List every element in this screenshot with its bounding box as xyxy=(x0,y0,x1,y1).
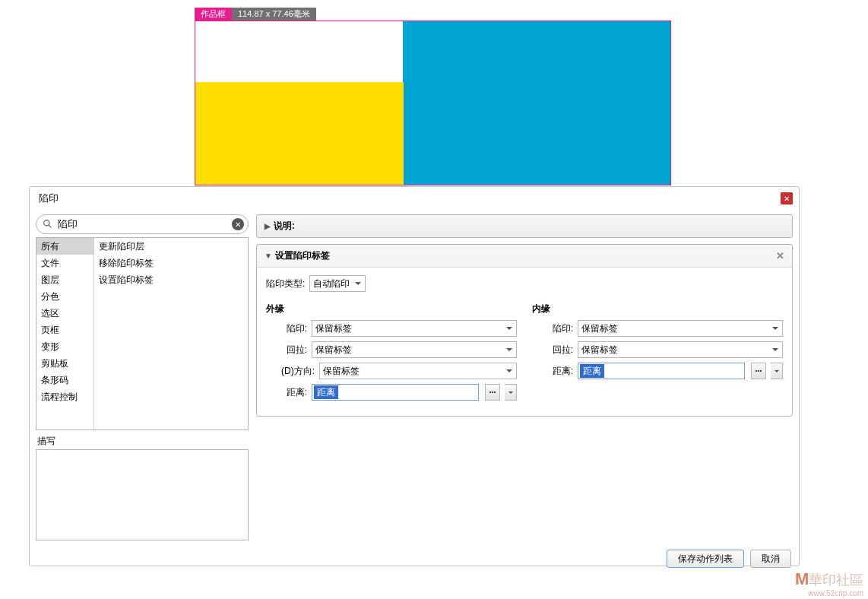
outer-distance-input[interactable]: 距离 xyxy=(312,384,479,401)
artwork-preview: 作品框 114.87 x 77.46毫米 xyxy=(195,8,671,185)
outer-distance-options-button[interactable] xyxy=(485,384,500,401)
section-description-title: 说明: xyxy=(274,220,295,233)
dots-icon xyxy=(756,370,762,372)
action-list[interactable]: 更新陷印层 移除陷印标签 设置陷印标签 xyxy=(94,238,248,429)
action-item[interactable]: 移除陷印标签 xyxy=(94,255,248,271)
inner-pull-label: 回拉: xyxy=(532,344,573,357)
inner-trap-label: 陷印: xyxy=(532,322,573,335)
category-item[interactable]: 变形 xyxy=(36,338,93,355)
outer-trap-label: 陷印: xyxy=(266,322,307,335)
category-item[interactable]: 所有 xyxy=(36,238,93,255)
outer-edge-label: 外缘 xyxy=(266,303,517,315)
artwork-yellow-area xyxy=(195,82,404,185)
inner-pull-select[interactable]: 保留标签 xyxy=(578,341,783,358)
outer-pull-select[interactable]: 保留标签 xyxy=(312,341,517,358)
clear-search-button[interactable]: ✕ xyxy=(232,218,244,230)
section-settings-header[interactable]: ▼ 设置陷印标签 ✕ xyxy=(257,245,792,267)
chevron-right-icon: ▶ xyxy=(265,222,271,230)
category-item[interactable]: 图层 xyxy=(36,271,93,288)
section-description-header[interactable]: ▶ 说明: xyxy=(257,215,792,237)
inner-trap-select[interactable]: 保留标签 xyxy=(578,320,783,337)
direction-select[interactable]: 保留标签 xyxy=(319,363,517,379)
section-settings-title: 设置陷印标签 xyxy=(275,249,330,262)
inner-distance-label: 距离: xyxy=(532,365,573,378)
watermark: M 華印社區 www.52cnp.com xyxy=(795,569,863,597)
category-item[interactable]: 页框 xyxy=(36,322,93,338)
svg-line-1 xyxy=(49,225,51,227)
section-description: ▶ 说明: xyxy=(256,214,793,238)
outer-distance-dropdown-button[interactable] xyxy=(505,384,517,401)
chevron-down-icon: ▼ xyxy=(265,252,272,260)
direction-label: (D)方向: xyxy=(266,365,315,378)
inner-distance-dropdown-button[interactable] xyxy=(771,363,783,379)
category-item[interactable]: 剪贴板 xyxy=(36,355,93,372)
artwork-frame xyxy=(195,21,671,185)
cancel-button[interactable]: 取消 xyxy=(750,550,791,568)
search-input[interactable] xyxy=(36,214,249,234)
action-item[interactable]: 更新陷印层 xyxy=(94,238,248,255)
category-item[interactable]: 选区 xyxy=(36,305,93,322)
action-item[interactable]: 设置陷印标签 xyxy=(94,271,248,288)
category-list[interactable]: 所有 文件 图层 分色 选区 页框 变形 剪贴板 条形码 流程控制 xyxy=(36,238,94,429)
dots-icon xyxy=(489,391,496,393)
outer-trap-select[interactable]: 保留标签 xyxy=(312,320,517,337)
description-box[interactable] xyxy=(36,449,249,540)
outer-pull-label: 回拉: xyxy=(266,344,307,357)
left-panel: ✕ 所有 文件 图层 分色 选区 页框 变形 剪贴板 条形码 流程控制 更新陷 xyxy=(36,214,249,540)
right-panel: ▶ 说明: ▼ 设置陷印标签 ✕ 陷印类型: 自动陷印 xyxy=(256,214,793,540)
trap-type-label: 陷印类型: xyxy=(266,277,305,290)
svg-point-0 xyxy=(44,220,49,226)
clear-icon: ✕ xyxy=(235,220,241,229)
category-item[interactable]: 流程控制 xyxy=(36,388,93,405)
trap-dialog: 陷印 ✕ ✕ 所有 文件 图层 分色 选区 页框 xyxy=(29,186,800,566)
close-icon: ✕ xyxy=(784,195,790,203)
trap-type-select[interactable]: 自动陷印 xyxy=(309,275,366,292)
description-label: 描写 xyxy=(37,435,247,448)
artwork-cyan-area xyxy=(403,21,670,185)
category-item[interactable]: 条形码 xyxy=(36,372,93,388)
category-item[interactable]: 文件 xyxy=(36,255,93,271)
artwork-dimensions-tab[interactable]: 114.87 x 77.46毫米 xyxy=(232,8,316,21)
inner-edge-label: 内缘 xyxy=(532,303,783,315)
inner-distance-options-button[interactable] xyxy=(751,363,766,379)
close-button[interactable]: ✕ xyxy=(781,192,793,204)
dialog-title: 陷印 xyxy=(39,192,59,205)
inner-distance-input[interactable]: 距离 xyxy=(578,363,745,379)
outer-distance-label: 距离: xyxy=(266,386,307,399)
section-settings: ▼ 设置陷印标签 ✕ 陷印类型: 自动陷印 外缘 xyxy=(256,244,793,417)
artwork-frame-tab[interactable]: 作品框 xyxy=(195,8,232,21)
category-item[interactable]: 分色 xyxy=(36,288,93,305)
search-icon xyxy=(43,219,52,229)
section-close-button[interactable]: ✕ xyxy=(776,250,784,261)
save-action-list-button[interactable]: 保存动作列表 xyxy=(667,550,744,568)
